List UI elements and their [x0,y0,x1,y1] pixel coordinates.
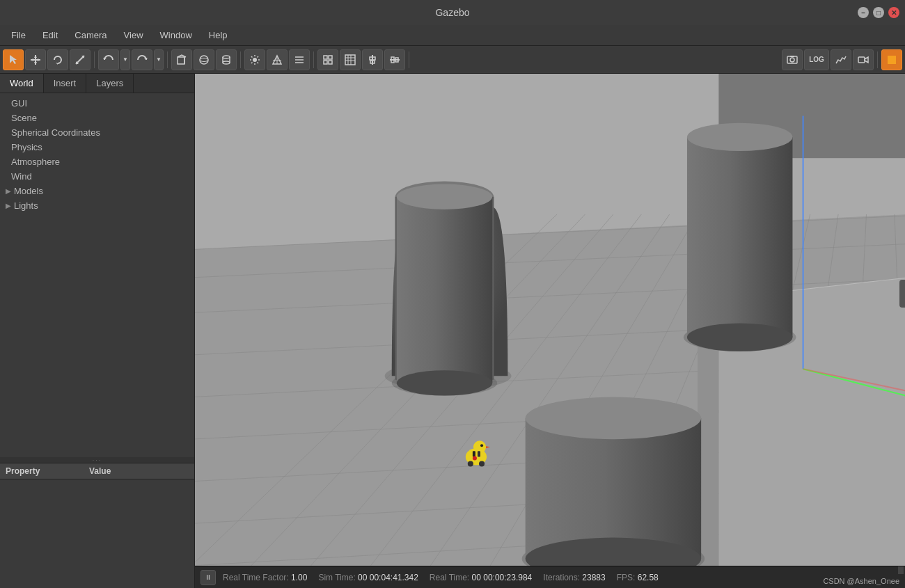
rotate-tool-button[interactable] [47,49,68,70]
cylinder-tool-button[interactable] [216,49,237,70]
redo-dropdown[interactable]: ▼ [154,49,164,70]
fps-value: 62.58 [638,573,659,582]
tree-item-spherical-coordinates[interactable]: Spherical Coordinates [0,125,194,140]
tree-item-physics[interactable]: Physics [0,140,194,154]
iterations: Iterations: 23883 [543,573,605,582]
tab-world[interactable]: World [0,74,44,93]
svg-line-27 [258,62,259,63]
svg-line-28 [258,56,259,58]
svg-point-91 [397,370,492,395]
svg-rect-39 [329,61,332,64]
svg-marker-2 [34,55,37,58]
scene-canvas[interactable] [195,74,905,566]
point-light-button[interactable] [244,49,265,70]
box-tool-button[interactable] [171,49,192,70]
menu-window[interactable]: Window [153,29,199,42]
tree-item-gui[interactable]: GUI [0,96,194,111]
fps: FPS: 62.58 [617,573,659,582]
plot-button[interactable] [831,49,851,70]
undo-dropdown[interactable]: ▼ [120,49,130,70]
window-controls: – □ ✕ [858,7,899,18]
video-record-button[interactable] [853,49,874,70]
align-button1[interactable] [362,49,383,70]
minimize-button[interactable]: – [858,7,869,18]
menu-camera[interactable]: Camera [68,29,113,42]
tree-item-lights[interactable]: ▶ Lights [0,198,194,213]
svg-point-21 [253,58,257,62]
close-button[interactable]: ✕ [888,7,899,18]
3d-scene-svg [195,74,905,566]
tab-layers[interactable]: Layers [86,74,134,93]
log-button[interactable]: LOG [804,49,829,70]
titlebar: Gazebo – □ ✕ [0,0,905,25]
sim-time-value: 00 00:04:41.342 [358,573,418,582]
svg-point-112 [473,456,477,460]
tree-item-label: Atmosphere [11,157,60,167]
maximize-button[interactable]: □ [873,7,884,18]
svg-rect-90 [397,197,492,383]
align-button2[interactable] [384,49,405,70]
pause-button[interactable]: ⏸ [200,570,216,585]
property-panel: Property Value [0,463,194,588]
toolbar: ▼ ▼ [0,46,905,74]
tree-item-models[interactable]: ▶ Models [0,184,194,198]
sphere-tool-button[interactable] [194,49,214,70]
svg-marker-6 [56,63,58,65]
main-layout: World Insert Layers GUI Scene Spherical … [0,74,905,588]
svg-rect-109 [478,451,480,456]
redo-button[interactable] [132,49,152,70]
svg-marker-4 [31,58,33,61]
active-selection-button[interactable] [881,49,902,70]
tree-item-atmosphere[interactable]: Atmosphere [0,154,194,169]
svg-line-29 [251,62,253,63]
property-col-header: Property [0,463,84,479]
select-tool-button[interactable] [3,49,24,70]
toolbar-separator-1 [94,51,95,68]
svg-rect-94 [687,137,792,337]
toolbar-separator-5 [409,51,409,68]
snap-grid-button[interactable] [317,49,338,70]
svg-point-20 [223,61,230,64]
menu-edit[interactable]: Edit [36,29,65,42]
panel-resize-handle[interactable]: ··· [0,457,194,463]
svg-point-111 [479,461,485,467]
tree-item-label: Models [14,186,43,196]
svg-marker-5 [38,58,40,61]
tab-insert[interactable]: Insert [44,74,87,93]
tree-item-label: Physics [11,142,42,152]
tree-item-label: Wind [11,171,32,182]
snap-surface-button[interactable] [340,49,361,70]
tree-item-scene[interactable]: Scene [0,111,194,125]
window-title: Gazebo [435,7,469,18]
svg-rect-37 [329,56,332,59]
translate-tool-button[interactable] [25,49,46,70]
svg-point-100 [526,397,702,440]
menu-help[interactable]: Help [202,29,235,42]
tree-item-wind[interactable]: Wind [0,169,194,184]
statusbar: ⏸ Real Time Factor: 1.00 Sim Time: 00 00… [195,566,905,588]
mesh-tool-button[interactable] [267,49,288,70]
menu-file[interactable]: File [4,29,33,42]
value-col-header: Value [84,463,194,479]
menu-view[interactable]: View [117,29,150,42]
property-content [0,479,194,588]
undo-button[interactable] [98,49,119,70]
scale-tool-button[interactable] [70,49,90,70]
tree-item-label: GUI [11,98,27,109]
expand-arrow-models: ▶ [6,187,11,195]
svg-point-15 [200,56,208,64]
iterations-label: Iterations: [543,573,580,582]
svg-marker-3 [34,62,37,65]
viewport[interactable]: ⏸ Real Time Factor: 1.00 Sim Time: 00 00… [195,74,905,588]
real-time-label: Real Time: [430,573,469,582]
lines-tool-button[interactable] [289,49,310,70]
menubar: File Edit Camera View Window Help [0,25,905,46]
screenshot-button[interactable] [782,49,803,70]
right-drag-handle[interactable] [899,280,905,308]
svg-rect-38 [324,61,327,64]
tree-item-label: Lights [14,200,38,211]
fps-label: FPS: [617,573,636,582]
toolbar-separator-3 [240,51,241,68]
toolbar-separator-2 [167,51,168,68]
property-header: Property Value [0,463,194,479]
